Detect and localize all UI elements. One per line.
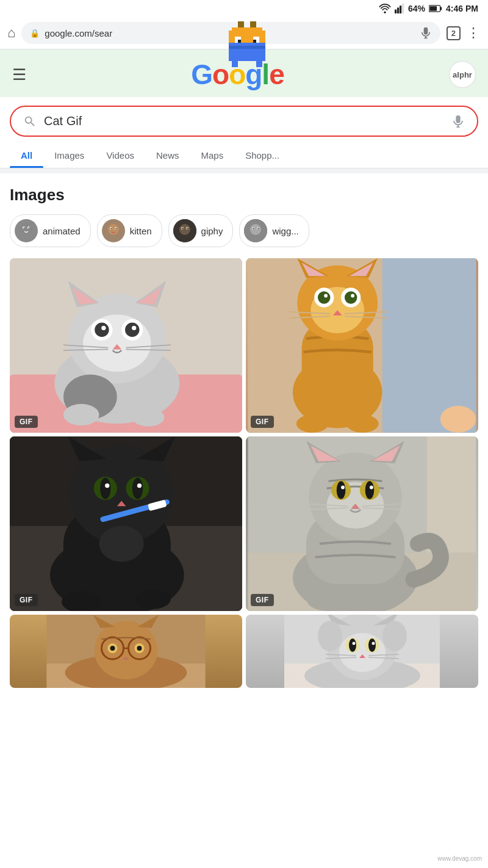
svg-point-41 — [187, 228, 188, 229]
browser-menu-icon[interactable]: ⋮ — [467, 25, 481, 41]
svg-point-70 — [132, 408, 165, 426]
cat-image-1 — [10, 258, 242, 433]
svg-rect-0 — [395, 10, 396, 13]
svg-point-108 — [105, 483, 109, 488]
tab-all[interactable]: All — [10, 143, 43, 168]
images-section-title: Images — [10, 186, 478, 204]
gif-badge-4: GIF — [251, 594, 274, 606]
search-bar-container: Cat Gif — [0, 97, 488, 137]
mic-icon[interactable] — [420, 27, 432, 39]
svg-rect-16 — [253, 40, 256, 43]
image-card-3[interactable]: GIF — [10, 436, 242, 611]
svg-rect-18 — [229, 43, 265, 61]
chip-thumb-wigg — [244, 219, 267, 242]
voice-search-icon[interactable] — [451, 115, 465, 128]
svg-point-131 — [341, 485, 345, 489]
svg-point-167 — [353, 642, 356, 645]
chip-giphy-label: giphy — [201, 226, 223, 236]
home-icon[interactable]: ⌂ — [7, 25, 15, 41]
svg-point-29 — [108, 224, 119, 235]
gif-badge-1: GIF — [15, 416, 38, 428]
svg-rect-9 — [232, 27, 262, 34]
svg-point-69 — [63, 404, 99, 425]
svg-point-162 — [339, 633, 386, 672]
chip-thumb-giphy — [173, 219, 196, 242]
battery-percentage: 64% — [408, 4, 425, 13]
image-card-4[interactable]: GIF — [246, 436, 478, 611]
svg-rect-15 — [238, 40, 241, 43]
chip-wigg[interactable]: wigg... — [239, 214, 309, 247]
svg-point-25 — [24, 228, 25, 229]
svg-point-132 — [370, 485, 373, 489]
cat-image-4 — [246, 436, 478, 611]
svg-point-113 — [99, 526, 144, 562]
svg-rect-1 — [397, 7, 399, 13]
svg-rect-11 — [229, 31, 235, 43]
clock-time: 4:46 PM — [446, 4, 478, 13]
pixel-doodle — [223, 21, 271, 70]
svg-point-115 — [135, 589, 171, 609]
svg-point-160 — [318, 621, 342, 651]
image-card-6[interactable] — [246, 615, 478, 688]
svg-point-26 — [29, 228, 30, 229]
watermark: www.devag.com — [437, 855, 482, 862]
svg-point-166 — [368, 638, 376, 652]
status-icons: 64% 4:46 PM — [379, 4, 478, 13]
chip-thumb-animated — [15, 219, 38, 242]
tab-maps[interactable]: Maps — [190, 143, 234, 168]
tab-news[interactable]: News — [145, 143, 190, 168]
svg-rect-5 — [440, 7, 442, 10]
image-card-1[interactable]: GIF — [10, 258, 242, 433]
svg-point-109 — [137, 483, 142, 488]
svg-point-60 — [125, 323, 139, 337]
svg-point-168 — [372, 642, 375, 645]
image-card-5[interactable] — [10, 615, 242, 688]
svg-rect-3 — [402, 4, 404, 13]
svg-point-93 — [296, 414, 329, 432]
image-card-2[interactable]: GIF — [246, 258, 478, 433]
svg-point-107 — [132, 477, 143, 499]
svg-point-165 — [349, 638, 356, 652]
svg-rect-6 — [429, 6, 437, 11]
chip-giphy[interactable]: giphy — [168, 214, 234, 247]
svg-point-106 — [100, 477, 111, 499]
svg-point-40 — [182, 228, 183, 229]
svg-point-47 — [258, 228, 259, 230]
search-bar[interactable]: Cat Gif — [10, 106, 478, 137]
svg-point-61 — [101, 326, 106, 330]
tabs-container: All Images Videos News Maps Shopp... — [0, 143, 488, 168]
wifi-icon — [379, 4, 391, 13]
tab-images[interactable]: Images — [43, 143, 95, 168]
svg-point-22 — [20, 223, 32, 235]
svg-point-86 — [324, 294, 328, 298]
google-logo-container: Google — [26, 58, 449, 91]
avatar[interactable]: alphr — [449, 61, 476, 88]
svg-point-59 — [95, 323, 109, 337]
svg-rect-12 — [259, 31, 265, 43]
svg-point-87 — [351, 294, 354, 298]
svg-point-94 — [346, 414, 379, 432]
tab-videos[interactable]: Videos — [95, 143, 145, 168]
svg-rect-7 — [238, 21, 244, 27]
gif-badge-2: GIF — [251, 416, 274, 428]
chip-kitten[interactable]: kitten — [97, 214, 162, 247]
chip-animated-label: animated — [43, 226, 81, 236]
tab-count[interactable]: 2 — [447, 26, 461, 40]
signal-icon — [395, 4, 404, 13]
chip-animated[interactable]: animated — [10, 214, 91, 247]
search-query-text[interactable]: Cat Gif — [44, 114, 444, 128]
svg-point-84 — [318, 291, 331, 304]
svg-point-143 — [95, 621, 158, 679]
svg-point-151 — [110, 646, 115, 651]
tab-shopping[interactable]: Shopp... — [234, 143, 290, 168]
status-bar: 64% 4:46 PM — [0, 0, 488, 17]
svg-rect-2 — [400, 5, 401, 13]
hamburger-menu-icon[interactable]: ☰ — [12, 65, 26, 84]
images-section: Images animated — [0, 173, 488, 694]
svg-point-85 — [345, 291, 357, 304]
svg-point-95 — [440, 406, 476, 433]
google-logo: Google — [191, 58, 284, 91]
svg-rect-19 — [232, 61, 238, 67]
svg-rect-20 — [256, 61, 262, 67]
svg-point-33 — [115, 228, 117, 230]
